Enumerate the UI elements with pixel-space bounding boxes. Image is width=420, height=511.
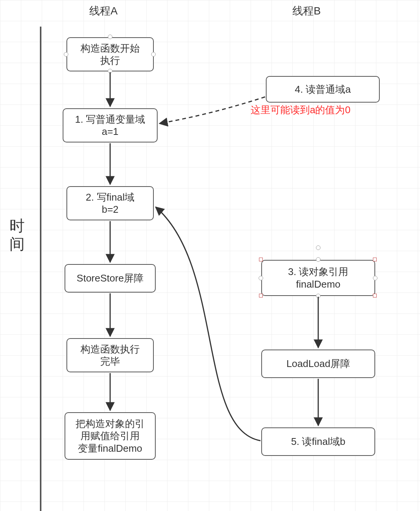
node-storestore-barrier[interactable]: StoreStore屏障: [65, 264, 156, 293]
node-read-a[interactable]: 4. 读普通域a: [266, 76, 380, 103]
node-read-b-final[interactable]: 5. 读final域b: [261, 427, 375, 456]
handle-square: [259, 258, 263, 261]
node-write-b-final[interactable]: 2. 写final域 b=2: [66, 186, 154, 220]
handle-square: [259, 294, 263, 297]
note-read-a-zero: 这里可能读到a的值为0: [251, 103, 351, 117]
node-loadload-barrier[interactable]: LoadLoad屏障: [261, 350, 375, 378]
node-read-ref[interactable]: 3. 读对象引用 finalDemo: [261, 260, 375, 296]
node-write-a[interactable]: 1. 写普通变量域 a=1: [63, 108, 158, 142]
handle-circle: [316, 294, 321, 298]
node-assign-ref[interactable]: 把构造对象的引 用赋值给引用 变量finalDemo: [65, 412, 156, 460]
handle-circle: [108, 69, 112, 73]
handle-circle: [373, 276, 377, 280]
header-thread-b: 线程B: [292, 4, 321, 18]
handle-square: [373, 258, 377, 261]
node-constructor-end[interactable]: 构造函数执行 完毕: [66, 338, 154, 372]
handle-circle: [316, 245, 321, 250]
diagram-canvas: 线程A 线程B 时 间 构造函数开始 执行 1. 写普通变量域 a=1 2. 写…: [0, 0, 420, 511]
handle-circle: [316, 257, 321, 262]
handle-circle: [151, 52, 156, 57]
handle-square: [373, 294, 377, 297]
handle-circle: [108, 35, 112, 39]
time-axis-label: 时 间: [9, 217, 25, 253]
time-axis-line: [40, 27, 41, 511]
header-thread-a: 线程A: [89, 4, 118, 18]
handle-circle: [64, 52, 68, 57]
node-constructor-start[interactable]: 构造函数开始 执行: [66, 37, 154, 71]
handle-circle: [259, 276, 263, 280]
